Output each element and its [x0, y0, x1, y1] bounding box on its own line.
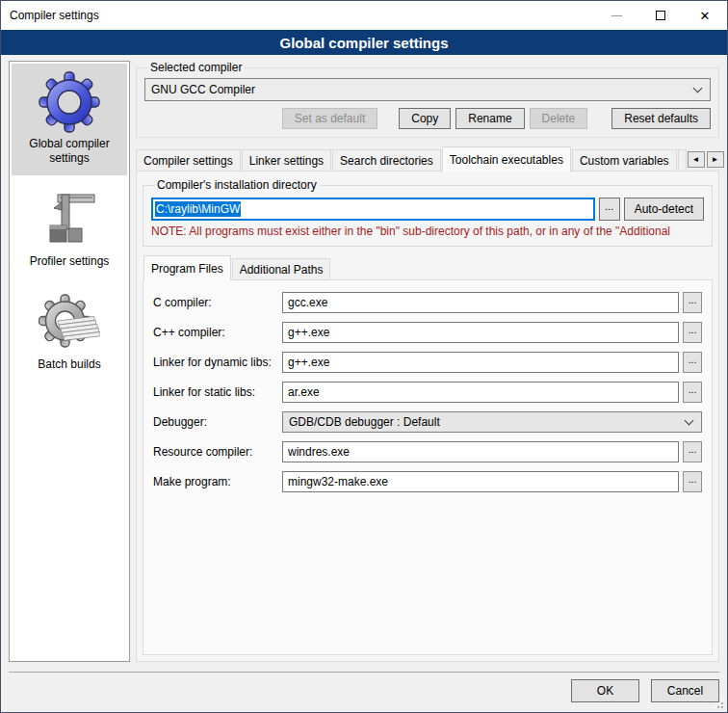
dialog-footer: OK Cancel — [9, 672, 719, 712]
tab-custom-variables[interactable]: Custom variables — [572, 149, 677, 171]
form-row-linker-static: Linker for static libs: ... — [153, 382, 702, 403]
sidebar-item-profiler-settings[interactable]: Profiler settings — [12, 181, 127, 278]
caliper-icon — [39, 189, 100, 251]
make-program-input[interactable] — [282, 471, 679, 492]
sidebar-item-batch-builds[interactable]: Batch builds — [12, 284, 127, 382]
linker-dynamic-input[interactable] — [282, 352, 679, 373]
c-compiler-browse-button[interactable]: ... — [683, 292, 702, 313]
rename-button[interactable]: Rename — [455, 108, 524, 129]
tab-build-options[interactable]: Build options — [678, 149, 687, 171]
sidebar-item-global-compiler-settings[interactable]: Global compiler settings — [12, 64, 127, 175]
toolchain-executables-page: Compiler's installation directory C:\ray… — [136, 171, 719, 662]
make-program-browse-button[interactable]: ... — [683, 471, 702, 492]
minimize-button[interactable] — [594, 1, 638, 30]
form-row-resource-compiler: Resource compiler: ... — [153, 441, 702, 462]
gray-gear-icon — [39, 292, 100, 354]
field-label: Resource compiler: — [153, 445, 282, 459]
window-title: Compiler settings — [1, 9, 594, 22]
compiler-settings-dialog: Compiler settings ✕ Global compiler sett… — [0, 0, 728, 713]
debugger-select-value: GDB/CDB debugger : Default — [289, 415, 680, 429]
selected-compiler-group-label: Selected compiler — [147, 61, 245, 74]
copy-button[interactable]: Copy — [399, 108, 451, 129]
field-label: C compiler: — [153, 296, 282, 309]
sidebar-item-label: Global compiler settings — [13, 137, 125, 166]
field-label: C++ compiler: — [153, 326, 282, 339]
sidebar: Global compiler settings Profiler settin… — [9, 61, 130, 662]
chevron-down-icon — [693, 84, 703, 93]
linker-static-input[interactable] — [282, 382, 679, 403]
delete-button[interactable]: Delete — [530, 108, 588, 129]
tab-additional-paths[interactable]: Additional Paths — [232, 258, 331, 279]
ok-button[interactable]: OK — [571, 679, 639, 702]
field-label: Linker for static libs: — [153, 385, 282, 399]
cpp-compiler-browse-button[interactable]: ... — [683, 322, 702, 343]
inner-tabstrip: Program Files Additional Paths — [143, 255, 713, 279]
close-button[interactable]: ✕ — [683, 1, 727, 30]
close-icon: ✕ — [700, 10, 711, 22]
installation-directory-row: C:\raylib\MinGW ... Auto-detect — [151, 198, 704, 221]
debugger-select[interactable]: GDB/CDB debugger : Default — [282, 411, 702, 433]
compiler-buttons-row: Set as default Copy Rename Delete Reset … — [144, 108, 711, 129]
tab-toolchain-executables[interactable]: Toolchain executables — [442, 146, 571, 172]
tab-scroll-buttons: ◄ ► — [688, 151, 724, 171]
installation-directory-input[interactable]: C:\raylib\MinGW — [151, 198, 595, 221]
note-text: NOTE: All programs must exist either in … — [151, 224, 704, 238]
minimize-icon — [611, 15, 622, 16]
reset-defaults-button[interactable]: Reset defaults — [611, 108, 711, 129]
linker-dynamic-browse-button[interactable]: ... — [683, 352, 702, 373]
selected-compiler-group: Selected compiler GNU GCC Compiler Set a… — [136, 61, 719, 138]
tab-program-files[interactable]: Program Files — [143, 255, 231, 280]
form-row-linker-dynamic: Linker for dynamic libs: ... — [153, 352, 702, 373]
field-label: Debugger: — [153, 415, 282, 429]
main-tabstrip: Compiler settings Linker settings Search… — [136, 146, 719, 171]
tab-search-directories[interactable]: Search directories — [332, 149, 441, 171]
chevron-down-icon — [685, 416, 694, 426]
installation-directory-value: C:\raylib\MinGW — [155, 201, 241, 217]
tab-compiler-settings[interactable]: Compiler settings — [136, 149, 241, 171]
compiler-select-value: GNU GCC Compiler — [151, 83, 689, 96]
main-area: Global compiler settings Profiler settin… — [1, 55, 727, 672]
linker-static-browse-button[interactable]: ... — [683, 382, 702, 403]
auto-detect-button[interactable]: Auto-detect — [624, 198, 704, 221]
set-as-default-button[interactable]: Set as default — [282, 108, 377, 129]
form-row-cpp-compiler: C++ compiler: ... — [153, 322, 702, 343]
sidebar-item-label: Batch builds — [13, 357, 125, 372]
cancel-button[interactable]: Cancel — [651, 679, 719, 702]
maximize-icon — [656, 11, 665, 20]
form-row-c-compiler: C compiler: ... — [153, 292, 702, 313]
tab-scroll-left-button[interactable]: ◄ — [688, 151, 705, 168]
installation-directory-group: Compiler's installation directory C:\ray… — [143, 178, 713, 247]
titlebar: Compiler settings ✕ — [1, 1, 727, 30]
window-controls: ✕ — [594, 1, 727, 30]
program-files-page: C compiler: ... C++ compiler: ... Linker… — [143, 279, 713, 655]
content-panel: Selected compiler GNU GCC Compiler Set a… — [136, 61, 719, 662]
browse-directory-button[interactable]: ... — [599, 198, 620, 221]
sidebar-item-label: Profiler settings — [13, 254, 125, 269]
form-row-make-program: Make program: ... — [153, 471, 702, 492]
field-label: Make program: — [153, 475, 282, 489]
compiler-select[interactable]: GNU GCC Compiler — [144, 78, 711, 101]
resource-compiler-input[interactable] — [282, 441, 679, 462]
field-label: Linker for dynamic libs: — [153, 356, 282, 369]
tab-linker-settings[interactable]: Linker settings — [242, 149, 331, 171]
tab-scroll-right-button[interactable]: ► — [707, 151, 724, 168]
blue-gear-icon — [39, 71, 100, 133]
c-compiler-input[interactable] — [282, 292, 679, 313]
page-title: Global compiler settings — [1, 30, 727, 55]
cpp-compiler-input[interactable] — [282, 322, 679, 343]
form-row-debugger: Debugger: GDB/CDB debugger : Default — [153, 411, 702, 433]
installation-directory-group-label: Compiler's installation directory — [154, 178, 320, 192]
resize-grip-icon[interactable] — [721, 706, 723, 708]
maximize-button[interactable] — [638, 1, 683, 30]
resource-compiler-browse-button[interactable]: ... — [683, 441, 702, 462]
